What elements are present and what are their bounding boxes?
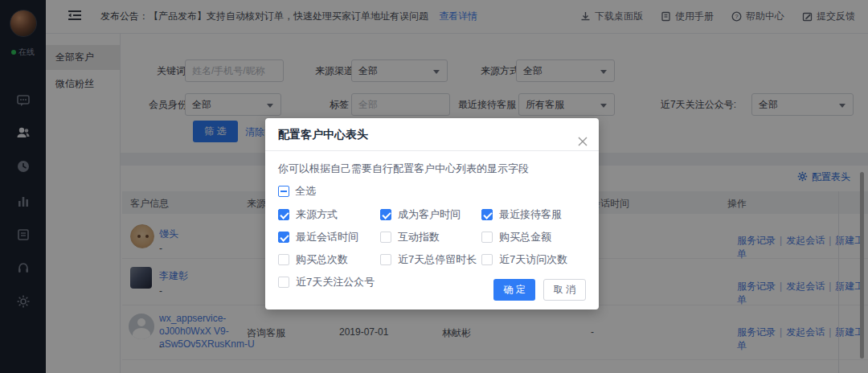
field-label: 购买总次数 <box>296 253 348 265</box>
field-option[interactable]: 互动指数 <box>380 230 481 244</box>
checkbox[interactable] <box>380 254 391 265</box>
field-label: 购买总金额 <box>499 231 551 243</box>
field-option[interactable]: 购买总次数 <box>278 252 380 267</box>
checkbox[interactable] <box>278 254 289 265</box>
field-label: 最近会话时间 <box>296 231 358 243</box>
select-all-checkbox[interactable] <box>278 186 289 197</box>
field-label: 来源方式 <box>296 208 338 220</box>
checkbox[interactable] <box>481 254 493 265</box>
modal-footer: 确 定 取 消 <box>493 279 586 301</box>
checkbox[interactable] <box>278 232 289 243</box>
field-label: 近7天关注公众号 <box>296 276 375 288</box>
checkbox[interactable] <box>278 277 289 288</box>
field-option[interactable]: 近7天总停留时长 <box>380 252 481 267</box>
field-label: 近7天总停留时长 <box>398 253 477 265</box>
modal-description: 你可以根据自己需要自行配置客户中心列表的显示字段 <box>278 162 586 176</box>
field-option[interactable]: 购买总金额 <box>481 230 586 244</box>
modal-body: 你可以根据自己需要自行配置客户中心列表的显示字段 全选 来源方式 成为客户时间 … <box>265 151 599 293</box>
configure-headers-modal: 配置客户中心表头 你可以根据自己需要自行配置客户中心列表的显示字段 全选 来源方… <box>265 118 599 309</box>
confirm-button[interactable]: 确 定 <box>493 279 534 301</box>
close-icon[interactable] <box>576 129 589 141</box>
modal-title: 配置客户中心表头 <box>278 128 368 141</box>
field-option[interactable]: 来源方式 <box>278 207 380 222</box>
field-label: 近7天访问次数 <box>499 253 567 265</box>
app-root: 在线 发布公告：【产品发布】支持自动核对订单，快速处理买家订单地址有误问题 <box>0 0 868 373</box>
select-all-label: 全选 <box>295 185 316 197</box>
cancel-button[interactable]: 取 消 <box>543 279 586 301</box>
select-all-row[interactable]: 全选 <box>278 184 586 199</box>
field-option[interactable]: 最近会话时间 <box>278 230 380 244</box>
field-option[interactable]: 近7天访问次数 <box>481 252 586 267</box>
checkbox[interactable] <box>481 232 493 243</box>
modal-header: 配置客户中心表头 <box>265 118 599 151</box>
field-option[interactable]: 最近接待客服 <box>481 207 586 222</box>
checkbox[interactable] <box>481 209 493 220</box>
checkbox[interactable] <box>380 232 391 243</box>
field-label: 互动指数 <box>398 231 440 243</box>
field-option[interactable]: 成为客户时间 <box>380 207 481 222</box>
checkbox[interactable] <box>380 209 391 220</box>
field-option[interactable]: 近7天关注公众号 <box>278 275 380 289</box>
field-label: 最近接待客服 <box>499 208 562 220</box>
checkbox[interactable] <box>278 209 289 220</box>
field-label: 成为客户时间 <box>398 208 461 220</box>
